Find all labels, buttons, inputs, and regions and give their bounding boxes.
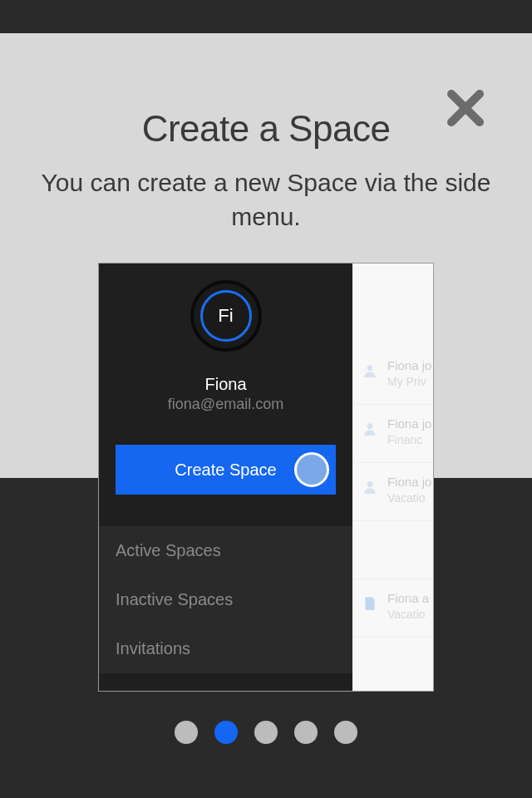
page-subtitle: You can create a new Space via the side … [0, 166, 532, 234]
activity-title: Fiona a [387, 591, 434, 605]
page-dot-2[interactable] [254, 721, 278, 744]
svg-point-2 [367, 365, 373, 371]
activity-item[interactable]: Fiona jo My Priv [352, 347, 434, 405]
user-email: fiona@email.com [99, 396, 352, 413]
person-icon [362, 363, 377, 378]
activity-title: F [361, 533, 434, 547]
file-icon [362, 596, 377, 611]
avatar-initials: Fi [200, 290, 252, 342]
activity-item[interactable]: Fiona a Vacatio [352, 579, 434, 638]
person-icon [362, 421, 377, 436]
top-bar [0, 0, 532, 33]
activity-panel: Fiona jo My Priv Fiona jo Financ Fiona j… [352, 264, 434, 691]
page-dot-1[interactable] [214, 721, 238, 744]
pagination [175, 721, 357, 744]
activity-sub: Vacatio [387, 491, 434, 505]
close-icon[interactable] [445, 87, 486, 129]
touch-pointer-icon [294, 452, 329, 487]
page-dot-0[interactable] [175, 721, 198, 744]
activity-sub: My Priv [387, 375, 434, 388]
activity-item[interactable]: Fiona jo Vacatio [352, 463, 434, 521]
page-dot-3[interactable] [294, 721, 318, 744]
phone-mockup: Fiona jo My Priv Fiona jo Financ Fiona j… [98, 263, 434, 692]
activity-title: Fiona jo [387, 358, 434, 372]
sidebar-item-active-spaces[interactable]: Active Spaces [99, 526, 352, 575]
person-icon [362, 480, 377, 495]
activity-sub: Vacatio [387, 608, 434, 621]
user-name: Fiona [99, 375, 352, 394]
sidebar: Fi Fiona fiona@email.com Create Space Ac… [99, 264, 352, 691]
svg-point-4 [367, 481, 373, 487]
create-space-button[interactable]: Create Space [116, 445, 336, 495]
page-dot-4[interactable] [334, 721, 357, 744]
avatar[interactable]: Fi [190, 280, 262, 352]
activity-item[interactable]: F [352, 521, 434, 579]
activity-title: Fiona jo [387, 475, 434, 489]
create-space-label: Create Space [175, 461, 276, 480]
activity-title: Fiona jo [387, 416, 434, 431]
activity-item[interactable]: Fiona jo Financ [352, 405, 434, 463]
activity-sub: Financ [387, 433, 434, 446]
sidebar-item-invitations[interactable]: Invitations [99, 624, 352, 673]
sidebar-item-inactive-spaces[interactable]: Inactive Spaces [99, 575, 352, 624]
svg-point-3 [367, 423, 373, 429]
sidebar-menu: Active Spaces Inactive Spaces Invitation… [99, 526, 352, 673]
